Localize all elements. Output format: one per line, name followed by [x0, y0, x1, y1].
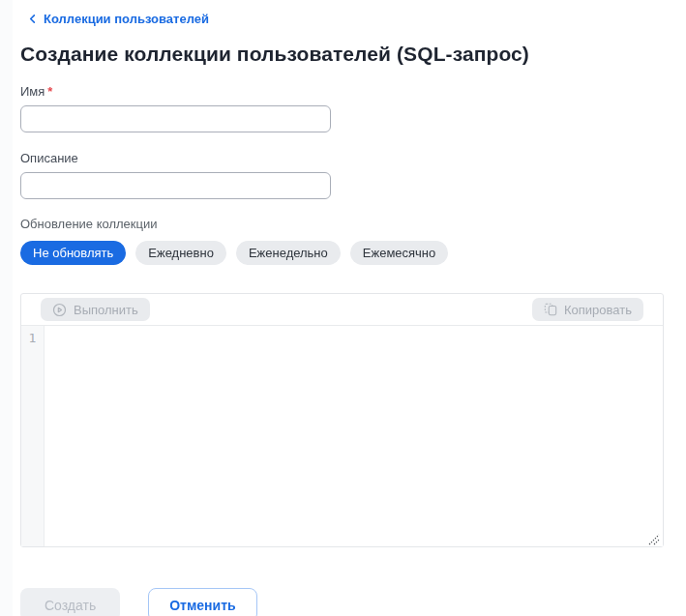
line-number: 1 — [21, 331, 44, 345]
copy-query-label: Копировать — [564, 303, 632, 317]
create-collection-page: Коллекции пользователей Создание коллекц… — [0, 0, 686, 616]
refresh-section-label: Обновление коллекции — [20, 217, 686, 231]
refresh-options-group: Не обновлять Ежедневно Еженедельно Ежеме… — [20, 241, 686, 265]
description-field-label: Описание — [20, 151, 686, 165]
sql-editor-body: 1 — [21, 326, 663, 546]
cancel-button[interactable]: Отменить — [148, 588, 256, 616]
refresh-option-no-update[interactable]: Не обновлять — [20, 241, 126, 265]
create-button[interactable]: Создать — [20, 588, 120, 616]
sql-editor-panel: Выполнить Копировать 1 — [20, 293, 664, 547]
breadcrumb-label: Коллекции пользователей — [44, 12, 209, 26]
editor-line-number-gutter: 1 — [21, 326, 45, 546]
run-query-label: Выполнить — [74, 303, 138, 317]
copy-query-button[interactable]: Копировать — [532, 298, 643, 321]
name-field-label: Имя* — [20, 84, 686, 99]
required-asterisk: * — [47, 84, 52, 99]
resize-grip-icon[interactable] — [648, 532, 660, 543]
chevron-left-icon — [27, 14, 38, 24]
sql-query-input[interactable] — [45, 326, 663, 546]
sql-editor-toolbar: Выполнить Копировать — [21, 294, 663, 326]
refresh-option-daily[interactable]: Ежедневно — [135, 241, 226, 265]
name-input[interactable] — [20, 105, 331, 132]
copy-icon — [544, 303, 557, 316]
form-actions: Создать Отменить — [20, 588, 686, 616]
refresh-option-weekly[interactable]: Еженедельно — [236, 241, 341, 265]
breadcrumb-back-link[interactable]: Коллекции пользователей — [27, 12, 209, 26]
play-circle-icon — [52, 303, 67, 317]
run-query-button[interactable]: Выполнить — [41, 298, 150, 321]
description-input[interactable] — [20, 172, 331, 199]
refresh-option-monthly[interactable]: Ежемесячно — [350, 241, 449, 265]
page-title: Создание коллекции пользователей (SQL-за… — [20, 43, 686, 66]
